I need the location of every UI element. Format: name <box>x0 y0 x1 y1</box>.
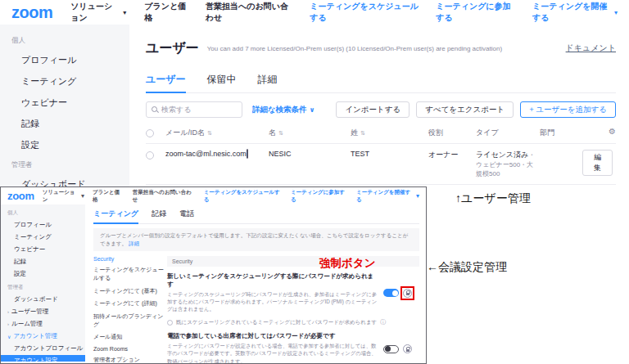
settings-nav-email-notification[interactable]: メール通知 <box>93 333 167 341</box>
sidebar-item-room-management[interactable]: ›ルーム管理 <box>1 317 85 330</box>
device-icon <box>247 149 248 159</box>
notice-detail-link[interactable]: 詳細 <box>129 240 139 246</box>
chevron-right-icon: › <box>7 309 9 314</box>
lock-icon[interactable] <box>403 289 412 298</box>
sidebar-item-webinars[interactable]: ウェビナー <box>0 92 129 113</box>
meeting-settings-screenshot: zoom ソリューション▾ プランと価格 営業担当へのお問い合わせ ミーティング… <box>0 186 427 364</box>
search-box[interactable] <box>146 101 242 118</box>
settings-tabs: ミーティング 記録 電話 <box>93 209 419 224</box>
join-meeting-link[interactable]: ミーティングに参加する <box>436 1 516 24</box>
col-last-name[interactable]: 姓⇅ <box>351 128 428 143</box>
sort-icon[interactable]: ⇅ <box>360 130 365 137</box>
import-button[interactable]: インポートする <box>336 101 410 118</box>
users-table: メール/ID名⇅ 名⇅ 姓⇅ 役割 タイプ 部門 ⚙ zoom-tac@ml.n… <box>146 128 616 186</box>
top-navbar: zoom ソリューション▾ プランと価格 営業担当へのお問い合わせ ミーティング… <box>0 0 629 25</box>
sidebar: 個人 プロフィール ミーティング ウェビナー 記録 設定 管理者 ダッシュボード… <box>0 25 129 186</box>
schedule-meeting-link[interactable]: ミーティングをスケジュールする <box>204 189 283 204</box>
document-link[interactable]: ドキュメント <box>566 43 616 54</box>
sidebar-item-settings[interactable]: 設定 <box>1 268 85 281</box>
nav-plans-pricing[interactable]: プランと価格 <box>144 1 188 24</box>
nav-solutions[interactable]: ソリューション▾ <box>43 189 84 204</box>
settings-nav-zoom-rooms[interactable]: Zoom Rooms <box>93 346 167 352</box>
sidebar-item-meetings[interactable]: ミーティング <box>0 70 129 92</box>
sidebar-item-recordings[interactable]: 記録 <box>0 113 129 134</box>
sidebar-item-user-management[interactable]: ›ユーザー管理 <box>1 305 85 317</box>
user-management-label: ユーザー管理 <box>11 308 48 316</box>
main-nav: ソリューション▾ プランと価格 営業担当へのお問い合わせ <box>43 189 196 204</box>
nav-contact-sales[interactable]: 営業担当へのお問い合わせ <box>133 189 196 204</box>
sidebar-item-account-settings[interactable]: アカウント設定 <box>1 355 85 362</box>
sidebar-item-meetings[interactable]: ミーティング <box>1 231 85 243</box>
lock-icon[interactable] <box>403 344 412 353</box>
tab-pending[interactable]: 保留中 <box>207 73 237 92</box>
tab-telephone[interactable]: 電話 <box>179 209 194 223</box>
tab-users[interactable]: ユーザー <box>146 73 186 93</box>
host-meeting-link[interactable]: ミーティングを開催する▾ <box>532 1 618 24</box>
info-icon[interactable]: ⓘ <box>380 318 386 326</box>
cell-role: オーナー <box>428 150 476 160</box>
radio-unselected[interactable] <box>167 320 173 326</box>
gear-icon[interactable]: ⚙ <box>609 128 616 136</box>
tab-meeting[interactable]: ミーティング <box>93 209 138 224</box>
sidebar-item-dashboard[interactable]: ダッシュボード <box>1 293 85 305</box>
table-header-row: メール/ID名⇅ 名⇅ 姓⇅ 役割 タイプ 部門 ⚙ <box>146 128 616 143</box>
sidebar-item-recordings[interactable]: 記録 <box>1 256 85 268</box>
join-meeting-link[interactable]: ミーティングに参加する <box>291 189 349 204</box>
cell-email: zoom-tac@ml.nesic.com <box>165 150 269 158</box>
sort-icon[interactable]: ⇅ <box>207 130 212 137</box>
advanced-search-label: 詳細な検索条件 <box>252 105 307 115</box>
tab-recording[interactable]: 記録 <box>152 209 166 223</box>
settings-nav-in-meeting-advanced[interactable]: ミーティングにて (詳細) <box>93 299 167 308</box>
advanced-search-link[interactable]: 詳細な検索条件∨ <box>252 105 314 115</box>
user-management-screenshot: zoom ソリューション▾ プランと価格 営業担当へのお問い合わせ ミーティング… <box>0 0 629 186</box>
settings-nav-in-meeting-basic[interactable]: ミーティングにて (基本) <box>93 287 167 295</box>
sidebar-section-admin: 管理者 <box>0 155 129 173</box>
chevron-down-icon: ∨ <box>310 106 315 114</box>
caret-down-icon: ▾ <box>614 9 618 16</box>
toggle-off[interactable] <box>383 345 399 353</box>
host-meeting-label: ミーティングを開催する <box>356 189 414 204</box>
zoom-logo: zoom <box>11 4 52 20</box>
sort-icon[interactable]: ⇅ <box>278 130 283 137</box>
settings-nav-security[interactable]: Security <box>93 256 167 262</box>
email-text[interactable]: zoom-tac@ml.nesic.com <box>165 150 247 158</box>
setting-suboption: 既にスケジューリングされているミーティングに対してパスワードが求められます ⓘ <box>167 318 419 326</box>
select-all-radio[interactable] <box>146 129 154 137</box>
sidebar-item-account-profile[interactable]: アカウントプロフィール <box>1 343 85 355</box>
annotation-highlight-box <box>400 286 414 300</box>
annotation-meeting-settings: ←会議設定管理 <box>427 260 507 275</box>
sidebar-section-admin: 管理者 <box>1 281 85 293</box>
add-user-button[interactable]: + ユーザーを追加する <box>520 101 616 118</box>
suboption-label: 既にスケジューリングされているミーティングに対してパスワードが求められます <box>176 319 377 326</box>
col-first-name[interactable]: 名⇅ <box>269 128 351 143</box>
nav-solutions[interactable]: ソリューション▾ <box>70 1 126 24</box>
sidebar-item-profile[interactable]: プロフィール <box>0 49 129 70</box>
row-radio[interactable] <box>146 151 154 160</box>
nav-contact-sales[interactable]: 営業担当へのお問い合わせ <box>206 1 292 24</box>
sidebar-item-account-management[interactable]: ∨アカウント管理 <box>1 330 85 343</box>
schedule-meeting-link[interactable]: ミーティングをスケジュールする <box>310 1 419 24</box>
host-meeting-link[interactable]: ミーティングを開催する▾ <box>356 189 419 204</box>
settings-nav-email-branding[interactable]: 招待メールのブランディング <box>93 312 167 329</box>
setting-phone-password: 電話で参加している出席者に対してはパスワードが必要です ミーティングにパスワード… <box>167 332 419 364</box>
main-nav: ソリューション▾ プランと価格 営業担当へのお問い合わせ <box>70 1 292 24</box>
col-last-label: 姓 <box>351 128 358 138</box>
export-all-button[interactable]: すべてをエクスポート <box>416 101 514 118</box>
toggle-on[interactable] <box>383 289 399 297</box>
composite-canvas: zoom ソリューション▾ プランと価格 営業担当へのお問い合わせ ミーティング… <box>0 0 629 364</box>
search-input[interactable] <box>161 106 237 114</box>
sidebar-item-webinars[interactable]: ウェビナー <box>1 243 85 255</box>
edit-button[interactable]: 編集 <box>582 150 613 176</box>
sidebar-item-settings[interactable]: 設定 <box>0 134 129 155</box>
settings-nav-schedule-meeting[interactable]: ミーティングをスケジュールする <box>93 266 167 282</box>
sidebar: 個人 プロフィール ミーティング ウェビナー 記録 設定 管理者 ダッシュボード… <box>1 204 85 362</box>
col-type: タイプ <box>476 128 540 143</box>
lock-settings-notice: グループとメンバー個別の設定をデフォルトで使用します。下記の設定に変えたくない場… <box>93 228 419 251</box>
zoom-logo: zoom <box>7 190 34 202</box>
sidebar-item-profile[interactable]: プロフィール <box>1 218 85 231</box>
col-email[interactable]: メール/ID名⇅ <box>165 128 269 143</box>
nav-plans-pricing[interactable]: プランと価格 <box>93 189 124 204</box>
settings-nav-admin-options[interactable]: 管理者オプション <box>93 356 167 364</box>
sidebar-item-dashboard[interactable]: ダッシュボード <box>0 173 129 186</box>
tab-advanced[interactable]: 詳細 <box>258 73 278 92</box>
